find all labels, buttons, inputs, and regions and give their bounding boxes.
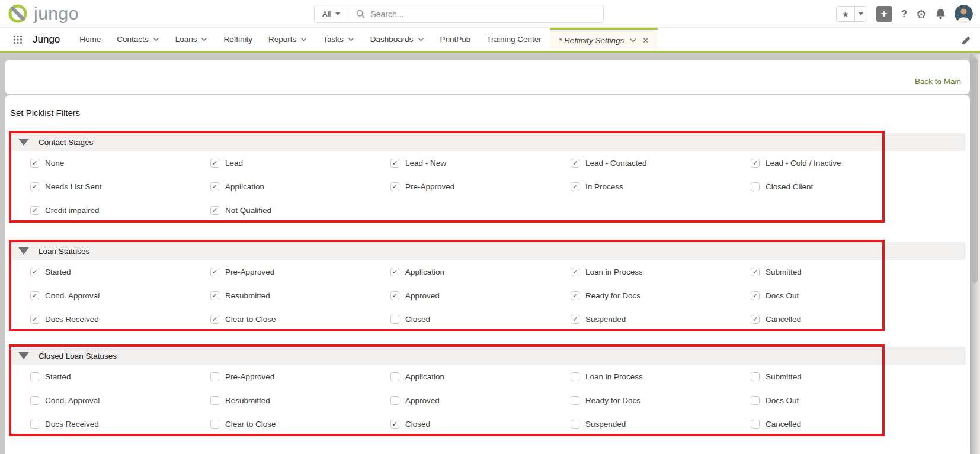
checkbox[interactable]: ✓ bbox=[390, 291, 399, 300]
checkbox[interactable]: ✓ bbox=[751, 372, 760, 381]
checkbox[interactable]: ✓ bbox=[571, 182, 579, 191]
chevron-down-icon[interactable] bbox=[153, 37, 159, 41]
chevron-down-icon[interactable] bbox=[201, 37, 207, 41]
nav-tab[interactable]: Contacts bbox=[117, 35, 159, 44]
checkbox[interactable]: ✓ bbox=[30, 159, 39, 168]
picklist-checkbox-item[interactable]: ✓ Application bbox=[210, 182, 390, 191]
picklist-checkbox-item[interactable]: ✓ Resubmitted bbox=[210, 396, 390, 405]
picklist-checkbox-item[interactable]: ✓ Application bbox=[390, 372, 571, 381]
picklist-checkbox-item[interactable]: ✓ Ready for Docs bbox=[571, 291, 751, 300]
picklist-checkbox-item[interactable]: ✓ Credit impaired bbox=[30, 206, 210, 215]
checkbox[interactable]: ✓ bbox=[751, 396, 760, 405]
section-header[interactable]: Loan Statuses bbox=[12, 242, 966, 260]
checkbox[interactable]: ✓ bbox=[210, 268, 219, 276]
picklist-checkbox-item[interactable]: ✓ Loan in Process bbox=[571, 268, 751, 276]
search-scope-selector[interactable]: All bbox=[315, 5, 348, 22]
checkbox[interactable]: ✓ bbox=[390, 268, 399, 276]
checkbox[interactable]: ✓ bbox=[390, 182, 399, 191]
picklist-checkbox-item[interactable]: ✓ Started bbox=[30, 268, 210, 276]
search-input[interactable] bbox=[370, 9, 595, 19]
help-icon[interactable]: ? bbox=[901, 8, 907, 20]
checkbox[interactable]: ✓ bbox=[30, 206, 39, 215]
picklist-checkbox-item[interactable]: ✓ Docs Out bbox=[751, 396, 931, 405]
picklist-checkbox-item[interactable]: ✓ Cancelled bbox=[751, 315, 931, 324]
picklist-checkbox-item[interactable]: ✓ Pre-Approved bbox=[210, 268, 390, 276]
checkbox[interactable]: ✓ bbox=[30, 315, 39, 324]
picklist-checkbox-item[interactable]: ✓ Lead bbox=[210, 159, 390, 168]
picklist-checkbox-item[interactable]: ✓ Cancelled bbox=[751, 420, 931, 429]
checkbox[interactable]: ✓ bbox=[751, 315, 760, 324]
section-header[interactable]: Closed Loan Statuses bbox=[12, 347, 966, 365]
picklist-checkbox-item[interactable]: ✓ Not Qualified bbox=[210, 206, 390, 215]
picklist-checkbox-item[interactable]: ✓ Cond. Approval bbox=[30, 396, 210, 405]
picklist-checkbox-item[interactable]: ✓ Submitted bbox=[751, 268, 931, 276]
checkbox[interactable]: ✓ bbox=[390, 420, 399, 429]
checkbox[interactable]: ✓ bbox=[210, 182, 219, 191]
picklist-checkbox-item[interactable]: ✓ Started bbox=[30, 372, 210, 381]
checkbox[interactable]: ✓ bbox=[751, 291, 760, 300]
nav-tab[interactable]: Dashboards bbox=[370, 35, 424, 44]
checkbox[interactable]: ✓ bbox=[210, 396, 219, 405]
checkbox[interactable]: ✓ bbox=[30, 182, 39, 191]
picklist-checkbox-item[interactable]: ✓ Clear to Close bbox=[210, 420, 390, 429]
vertical-scrollbar[interactable] bbox=[970, 54, 980, 454]
picklist-checkbox-item[interactable]: ✓ Lead - New bbox=[390, 159, 571, 168]
nav-tab[interactable]: PrintPub bbox=[440, 35, 471, 44]
setup-gear-icon[interactable]: ⚙︎ bbox=[916, 8, 927, 20]
chevron-down-icon[interactable] bbox=[348, 37, 354, 41]
notifications-bell-icon[interactable] bbox=[936, 8, 946, 20]
chevron-down-icon[interactable] bbox=[630, 38, 636, 43]
checkbox[interactable]: ✓ bbox=[210, 420, 219, 429]
back-to-main-link[interactable]: Back to Main bbox=[915, 77, 961, 86]
picklist-checkbox-item[interactable]: ✓ Submitted bbox=[751, 372, 931, 381]
checkbox[interactable]: ✓ bbox=[30, 396, 39, 405]
checkbox[interactable]: ✓ bbox=[751, 182, 760, 191]
checkbox[interactable]: ✓ bbox=[571, 159, 579, 168]
checkbox[interactable]: ✓ bbox=[571, 291, 579, 300]
edit-pencil-icon[interactable] bbox=[962, 36, 971, 45]
checkbox[interactable]: ✓ bbox=[210, 159, 219, 168]
checkbox[interactable]: ✓ bbox=[210, 291, 219, 300]
nav-tab[interactable]: Training Center bbox=[486, 35, 542, 44]
picklist-checkbox-item[interactable]: ✓ Docs Out bbox=[751, 291, 931, 300]
nav-tab[interactable]: Tasks bbox=[323, 35, 354, 44]
picklist-checkbox-item[interactable]: ✓ Closed Client bbox=[751, 182, 931, 191]
checkbox[interactable]: ✓ bbox=[751, 268, 760, 276]
picklist-checkbox-item[interactable]: ✓ In Process bbox=[571, 182, 751, 191]
picklist-checkbox-item[interactable]: ✓ Closed bbox=[390, 315, 571, 324]
picklist-checkbox-item[interactable]: ✓ Needs List Sent bbox=[30, 182, 210, 191]
picklist-checkbox-item[interactable]: ✓ Docs Received bbox=[30, 420, 210, 429]
picklist-checkbox-item[interactable]: ✓ Lead - Cold / Inactive bbox=[751, 159, 931, 168]
nav-tab[interactable]: Loans bbox=[175, 35, 208, 44]
checkbox[interactable]: ✓ bbox=[571, 315, 579, 324]
checkbox[interactable]: ✓ bbox=[390, 372, 399, 381]
checkbox[interactable]: ✓ bbox=[210, 315, 219, 324]
picklist-checkbox-item[interactable]: ✓ Lead - Contacted bbox=[571, 159, 751, 168]
user-avatar[interactable] bbox=[955, 5, 973, 23]
favorite-star-icon[interactable]: ★ bbox=[837, 7, 855, 21]
checkbox[interactable]: ✓ bbox=[390, 159, 399, 168]
picklist-checkbox-item[interactable]: ✓ Suspended bbox=[571, 420, 751, 429]
tab-reffinity-settings[interactable]: * Reffinity Settings ✕ bbox=[550, 28, 658, 51]
brand[interactable]: jungo bbox=[7, 3, 79, 24]
section-header[interactable]: Contact Stages bbox=[12, 133, 966, 151]
chevron-down-icon[interactable] bbox=[418, 37, 424, 41]
picklist-checkbox-item[interactable]: ✓ Clear to Close bbox=[210, 315, 390, 324]
checkbox[interactable]: ✓ bbox=[390, 315, 399, 324]
checkbox[interactable]: ✓ bbox=[30, 291, 39, 300]
picklist-checkbox-item[interactable]: ✓ Closed bbox=[390, 420, 571, 429]
scrollbar-thumb[interactable] bbox=[972, 58, 978, 283]
collapse-triangle-icon[interactable] bbox=[18, 247, 29, 255]
collapse-triangle-icon[interactable] bbox=[18, 352, 29, 359]
checkbox[interactable]: ✓ bbox=[210, 372, 219, 381]
checkbox[interactable]: ✓ bbox=[30, 268, 39, 276]
picklist-checkbox-item[interactable]: ✓ Loan in Process bbox=[571, 372, 751, 381]
checkbox[interactable]: ✓ bbox=[210, 206, 219, 215]
checkbox[interactable]: ✓ bbox=[571, 372, 579, 381]
nav-tab[interactable]: Home bbox=[79, 35, 101, 44]
picklist-checkbox-item[interactable]: ✓ Docs Received bbox=[30, 315, 210, 324]
checkbox[interactable]: ✓ bbox=[390, 396, 399, 405]
nav-tab[interactable]: Reports bbox=[268, 35, 307, 44]
checkbox[interactable]: ✓ bbox=[751, 420, 760, 429]
picklist-checkbox-item[interactable]: ✓ Approved bbox=[390, 291, 571, 300]
